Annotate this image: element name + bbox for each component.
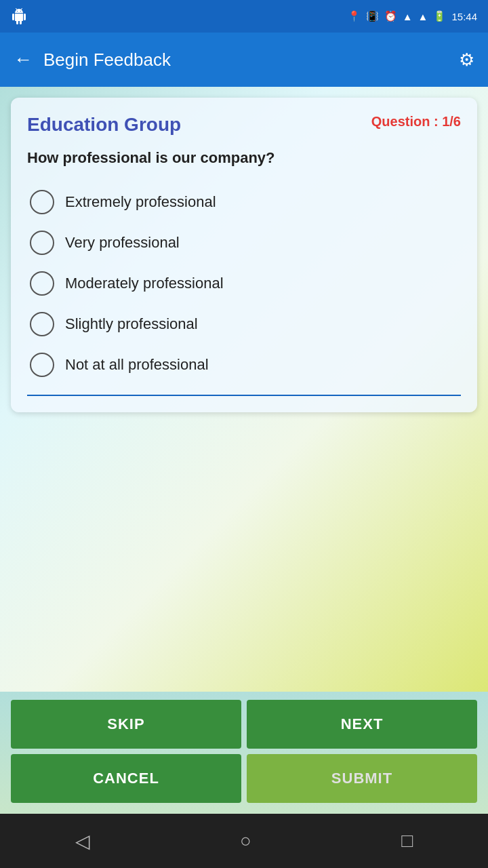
status-bar-left: [11, 8, 27, 24]
option-label-3: Moderately professional: [65, 275, 224, 292]
option-label-2: Very professional: [65, 234, 180, 252]
status-bar-right: 📍 📳 ⏰ ▲ ▲ 🔋 15:44: [348, 10, 477, 22]
alarm-icon: ⏰: [384, 10, 397, 22]
button-area: SKIP NEXT CANCEL SUBMIT: [0, 692, 488, 814]
nav-back-icon[interactable]: ◁: [75, 830, 90, 852]
cancel-button[interactable]: CANCEL: [11, 754, 241, 803]
time: 15:44: [451, 11, 477, 22]
radio-button-4[interactable]: [30, 312, 54, 336]
group-title: Education Group: [27, 114, 181, 136]
option-item-3[interactable]: Moderately professional: [27, 264, 461, 302]
option-item-1[interactable]: Extremely professional: [27, 183, 461, 221]
nav-home-icon[interactable]: ○: [240, 830, 251, 852]
nav-recent-icon[interactable]: □: [401, 830, 413, 852]
options-list: Extremely professional Very professional…: [27, 183, 461, 384]
wifi-icon: ▲: [403, 11, 413, 22]
back-button[interactable]: ←: [14, 49, 33, 71]
signal-icon: ▲: [418, 11, 428, 22]
next-button[interactable]: NEXT: [247, 700, 477, 749]
nav-bar: ◁ ○ □: [0, 814, 488, 868]
option-label-4: Slightly professional: [65, 315, 198, 333]
question-card: Education Group Question : 1/6 How profe…: [11, 98, 477, 412]
status-bar: 📍 📳 ⏰ ▲ ▲ 🔋 15:44: [0, 0, 488, 33]
card-header: Education Group Question : 1/6: [27, 114, 461, 136]
option-item-2[interactable]: Very professional: [27, 224, 461, 262]
divider: [27, 395, 461, 396]
option-item-5[interactable]: Not at all professional: [27, 346, 461, 384]
app-bar: ← Begin Feedback ⚙: [0, 33, 488, 87]
option-item-4[interactable]: Slightly professional: [27, 305, 461, 343]
app-bar-title: Begin Feedback: [43, 50, 459, 71]
option-label-5: Not at all professional: [65, 356, 209, 374]
main-content: Education Group Question : 1/6 How profe…: [0, 87, 488, 692]
spacer: [11, 423, 477, 681]
vibrate-icon: 📳: [366, 10, 379, 22]
submit-button[interactable]: SUBMIT: [247, 754, 477, 803]
radio-button-1[interactable]: [30, 190, 54, 214]
settings-icon[interactable]: ⚙: [459, 50, 474, 71]
location-icon: 📍: [348, 10, 361, 22]
skip-button[interactable]: SKIP: [11, 700, 241, 749]
radio-button-2[interactable]: [30, 231, 54, 255]
question-counter: Question : 1/6: [371, 114, 461, 130]
radio-button-3[interactable]: [30, 271, 54, 296]
option-label-1: Extremely professional: [65, 193, 216, 211]
battery-icon: 🔋: [433, 10, 446, 22]
radio-button-5[interactable]: [30, 353, 54, 377]
question-text: How professional is our company?: [27, 149, 461, 167]
android-icon: [11, 8, 27, 24]
